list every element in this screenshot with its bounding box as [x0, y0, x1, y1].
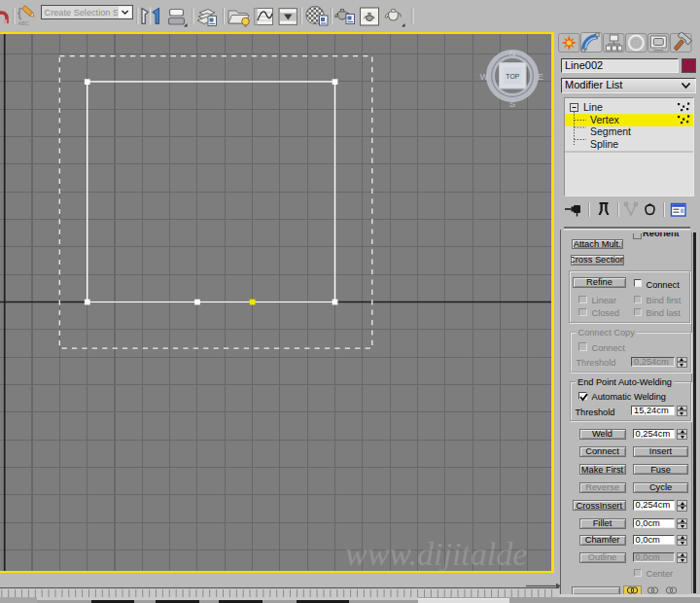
svg-text:S: S — [509, 98, 515, 109]
svg-text:W: W — [480, 71, 489, 82]
svg-text:Vertex: Vertex — [590, 113, 620, 124]
svg-text:ABC: ABC — [18, 20, 29, 26]
svg-text:Create Selection Se: Create Selection Se — [45, 8, 124, 18]
svg-text:{: { — [18, 5, 22, 19]
svg-text:N: N — [509, 48, 516, 58]
svg-text:E: E — [538, 71, 543, 82]
svg-text:Line: Line — [583, 100, 603, 112]
svg-text:Spline: Spline — [590, 137, 618, 149]
svg-text:TOP: TOP — [506, 73, 519, 80]
svg-text:www.dijitalde: www.dijitalde — [345, 536, 527, 571]
svg-text:Segment: Segment — [590, 125, 631, 137]
